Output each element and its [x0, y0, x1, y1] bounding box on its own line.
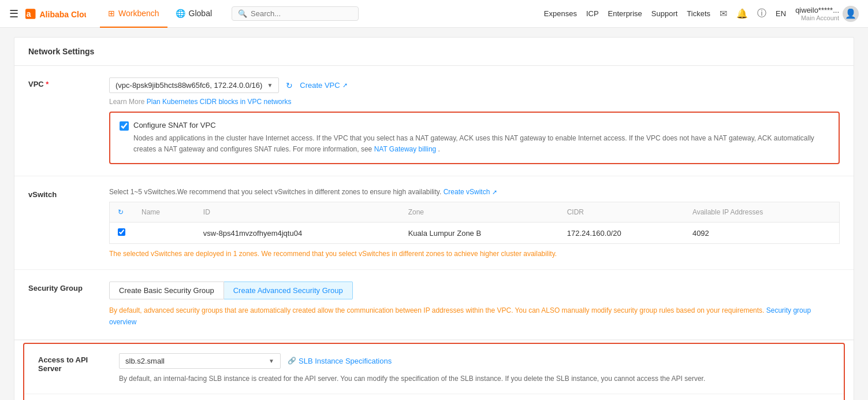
- vpc-refresh-icon[interactable]: ↻: [286, 81, 293, 90]
- vswitch-hint-text: Select 1~5 vSwitches.We recommend that y…: [109, 188, 441, 196]
- global-icon: 🌐: [176, 9, 185, 18]
- svg-text:Alibaba Cloud: Alibaba Cloud: [40, 10, 87, 19]
- user-name: qiweilo*****...: [795, 6, 839, 14]
- vswitch-label: vSwitch: [28, 188, 109, 199]
- snat-checkbox-wrapper[interactable]: [120, 121, 129, 131]
- nat-gateway-billing-link[interactable]: NAT Gateway billing: [374, 145, 437, 153]
- network-settings-panel: Network Settings VPC * (vpc-8psk9jib5hct…: [14, 37, 854, 400]
- snat-checkbox[interactable]: [120, 121, 129, 131]
- nav-workbench-label: Workbench: [118, 9, 159, 18]
- th-cidr: CIDR: [559, 202, 684, 223]
- api-server-wrapper: Access to API Server slb.s2.small ▼ 🔗 SL…: [14, 340, 854, 400]
- row-name: [133, 223, 195, 244]
- nav-global[interactable]: 🌐 Global: [167, 0, 220, 28]
- vpc-section: VPC * (vpc-8psk9jib5hcts88w65fc6, 172.24…: [14, 66, 854, 176]
- api-select-row: slb.s2.small ▼ 🔗 SLB Instance Specificat…: [119, 353, 830, 369]
- security-group-label: Security Group: [28, 282, 109, 292]
- vpc-select[interactable]: (vpc-8psk9jib5hcts88w65fc6, 172.24.0.0/1…: [109, 77, 279, 93]
- snat-content: Configure SNAT for VPC Nodes and applica…: [133, 121, 829, 155]
- row-available-ip: 4092: [684, 223, 840, 244]
- main-content: Network Settings VPC * (vpc-8psk9jib5hct…: [0, 28, 868, 400]
- security-group-content: Create Basic Security Group Create Advan…: [109, 282, 840, 327]
- nav-workbench[interactable]: ⊞ Workbench: [100, 0, 167, 28]
- row-zone: Kuala Lumpur Zone B: [400, 223, 559, 244]
- security-group-note: By default, advanced security groups tha…: [109, 305, 840, 327]
- vswitch-section: vSwitch Select 1~5 vSwitches.We recommen…: [14, 176, 854, 270]
- external-link-icon2: ➚: [492, 188, 497, 195]
- workbench-icon: ⊞: [108, 9, 115, 18]
- vpc-dropdown-arrow: ▼: [267, 82, 273, 88]
- row-checkbox[interactable]: [118, 228, 125, 236]
- search-icon: 🔍: [238, 9, 247, 18]
- snat-desc-text: Nodes and applications in the cluster ha…: [133, 134, 814, 153]
- api-label-line2: Server: [38, 364, 119, 373]
- snat-desc: Nodes and applications in the cluster ha…: [133, 133, 829, 155]
- vpc-selected-value: (vpc-8psk9jib5hcts88w65fc6, 172.24.0.0/1…: [116, 81, 262, 90]
- nav-right-area: Expenses ICP Enterprise Support Tickets …: [544, 6, 859, 22]
- configure-snat-box: Configure SNAT for VPC Nodes and applica…: [109, 112, 840, 164]
- th-name: Name: [133, 202, 195, 223]
- nav-global-label: Global: [189, 9, 212, 18]
- link-icon: 🔗: [288, 357, 296, 365]
- api-server-label: Access to API Server: [38, 353, 119, 373]
- vpc-label: VPC *: [28, 77, 109, 88]
- vswitch-hint: Select 1~5 vSwitches.We recommend that y…: [109, 188, 840, 196]
- create-basic-security-group-button[interactable]: Create Basic Security Group: [109, 282, 224, 299]
- help-icon[interactable]: ⓘ: [757, 8, 766, 20]
- row-id: vsw-8ps41mvzofhyem4jqtu04: [195, 223, 400, 244]
- th-available-ip: Available IP Addresses: [684, 202, 840, 223]
- user-menu[interactable]: qiweilo*****... Main Account 👤: [795, 6, 859, 22]
- nav-enterprise[interactable]: Enterprise: [608, 9, 642, 18]
- top-navigation: ☰ a Alibaba Cloud ⊞ Workbench 🌐 Global 🔍…: [0, 0, 868, 28]
- api-label-line1: Access to API: [38, 355, 119, 364]
- expose-eip-row: Expose API server with EIP After you ena…: [24, 394, 844, 400]
- th-id: ID: [195, 202, 400, 223]
- snat-desc-end: .: [438, 145, 440, 153]
- create-advanced-security-group-button[interactable]: Create Advanced Security Group: [224, 282, 353, 299]
- create-vpc-link[interactable]: Create VPC ➚: [300, 81, 347, 90]
- create-vswitch-link[interactable]: Create vSwitch: [444, 188, 490, 196]
- slb-value: slb.s2.small: [125, 357, 165, 365]
- row-checkbox-cell[interactable]: [110, 223, 134, 244]
- search-input[interactable]: [251, 9, 352, 18]
- slb-select[interactable]: slb.s2.small ▼: [119, 353, 281, 369]
- security-group-btn-group: Create Basic Security Group Create Advan…: [109, 282, 840, 299]
- nav-icp[interactable]: ICP: [586, 9, 599, 18]
- avatar: 👤: [843, 6, 859, 22]
- bell-icon[interactable]: 🔔: [736, 8, 748, 19]
- api-row: Access to API Server slb.s2.small ▼ 🔗 SL…: [24, 344, 844, 394]
- nav-expenses[interactable]: Expenses: [544, 9, 577, 18]
- search-bar[interactable]: 🔍: [232, 6, 359, 21]
- api-desc: By default, an internal-facing SLB insta…: [119, 373, 830, 384]
- th-zone: Zone: [400, 202, 559, 223]
- menu-icon[interactable]: ☰: [9, 8, 18, 20]
- panel-title: Network Settings: [28, 47, 94, 56]
- th-refresh[interactable]: ↻: [110, 202, 134, 223]
- message-icon[interactable]: ✉: [720, 8, 727, 19]
- svg-text:a: a: [27, 9, 31, 18]
- vpc-select-row: (vpc-8psk9jib5hcts88w65fc6, 172.24.0.0/1…: [109, 77, 840, 93]
- nav-lang[interactable]: EN: [776, 9, 786, 18]
- table-refresh-icon[interactable]: ↻: [118, 208, 124, 216]
- slb-specs-label: SLB Instance Specifications: [299, 357, 392, 365]
- logo[interactable]: a Alibaba Cloud: [25, 6, 86, 22]
- vswitch-zone-warning: The selected vSwitches are deployed in 1…: [109, 250, 840, 258]
- vswitch-content: Select 1~5 vSwitches.We recommend that y…: [109, 188, 840, 258]
- panel-header: Network Settings: [14, 38, 854, 66]
- plan-cidr-link[interactable]: Plan Kubernetes CIDR blocks in VPC netwo…: [147, 98, 292, 106]
- api-server-section: Access to API Server slb.s2.small ▼ 🔗 SL…: [23, 343, 845, 400]
- nav-tickets[interactable]: Tickets: [687, 9, 710, 18]
- security-group-section: Security Group Create Basic Security Gro…: [14, 270, 854, 339]
- row-cidr: 172.24.160.0/20: [559, 223, 684, 244]
- slb-specs-link[interactable]: 🔗 SLB Instance Specifications: [288, 357, 392, 365]
- snat-label: Configure SNAT for VPC: [133, 121, 829, 129]
- nav-support[interactable]: Support: [651, 9, 678, 18]
- vswitch-table: ↻ Name ID Zone CIDR Available IP Address…: [109, 202, 840, 244]
- vpc-required-mark: *: [46, 80, 49, 88]
- security-note-text: By default, advanced security groups tha…: [109, 306, 764, 314]
- slb-dropdown-arrow: ▼: [269, 358, 274, 364]
- external-link-icon: ➚: [342, 82, 348, 89]
- vpc-content: (vpc-8psk9jib5hcts88w65fc6, 172.24.0.0/1…: [109, 77, 840, 164]
- table-row: vsw-8ps41mvzofhyem4jqtu04 Kuala Lumpur Z…: [110, 223, 840, 244]
- create-vpc-label: Create VPC: [300, 81, 340, 90]
